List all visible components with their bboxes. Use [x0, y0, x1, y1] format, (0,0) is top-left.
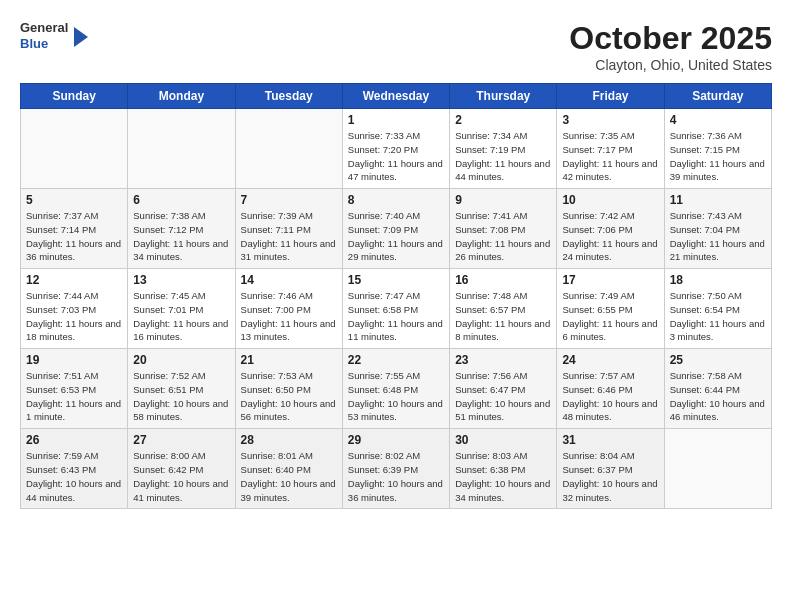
cell-date-number: 27 [133, 433, 229, 447]
cell-date-number: 13 [133, 273, 229, 287]
cell-info-text: Sunrise: 7:56 AM Sunset: 6:47 PM Dayligh… [455, 369, 551, 424]
cell-info-text: Sunrise: 7:39 AM Sunset: 7:11 PM Dayligh… [241, 209, 337, 264]
cell-info-text: Sunrise: 7:51 AM Sunset: 6:53 PM Dayligh… [26, 369, 122, 424]
cell-info-text: Sunrise: 7:37 AM Sunset: 7:14 PM Dayligh… [26, 209, 122, 264]
cell-date-number: 5 [26, 193, 122, 207]
logo: General Blue [20, 20, 88, 51]
cell-info-text: Sunrise: 7:41 AM Sunset: 7:08 PM Dayligh… [455, 209, 551, 264]
calendar-cell [235, 109, 342, 189]
cell-info-text: Sunrise: 8:02 AM Sunset: 6:39 PM Dayligh… [348, 449, 444, 504]
logo-text: General Blue [20, 20, 68, 51]
logo-arrow-icon [74, 27, 88, 47]
calendar-cell: 26Sunrise: 7:59 AM Sunset: 6:43 PM Dayli… [21, 429, 128, 509]
calendar-cell: 28Sunrise: 8:01 AM Sunset: 6:40 PM Dayli… [235, 429, 342, 509]
calendar-cell [128, 109, 235, 189]
calendar-cell [664, 429, 771, 509]
calendar-cell: 4Sunrise: 7:36 AM Sunset: 7:15 PM Daylig… [664, 109, 771, 189]
calendar-cell [21, 109, 128, 189]
cell-info-text: Sunrise: 7:42 AM Sunset: 7:06 PM Dayligh… [562, 209, 658, 264]
calendar-cell: 7Sunrise: 7:39 AM Sunset: 7:11 PM Daylig… [235, 189, 342, 269]
calendar-cell: 29Sunrise: 8:02 AM Sunset: 6:39 PM Dayli… [342, 429, 449, 509]
calendar-subtitle: Clayton, Ohio, United States [569, 57, 772, 73]
cell-date-number: 6 [133, 193, 229, 207]
calendar-cell: 12Sunrise: 7:44 AM Sunset: 7:03 PM Dayli… [21, 269, 128, 349]
cell-date-number: 17 [562, 273, 658, 287]
cell-date-number: 24 [562, 353, 658, 367]
cell-date-number: 2 [455, 113, 551, 127]
cell-date-number: 29 [348, 433, 444, 447]
cell-info-text: Sunrise: 8:04 AM Sunset: 6:37 PM Dayligh… [562, 449, 658, 504]
calendar-cell: 31Sunrise: 8:04 AM Sunset: 6:37 PM Dayli… [557, 429, 664, 509]
calendar-header-row: SundayMondayTuesdayWednesdayThursdayFrid… [21, 84, 772, 109]
cell-info-text: Sunrise: 7:46 AM Sunset: 7:00 PM Dayligh… [241, 289, 337, 344]
cell-info-text: Sunrise: 7:40 AM Sunset: 7:09 PM Dayligh… [348, 209, 444, 264]
cell-info-text: Sunrise: 7:59 AM Sunset: 6:43 PM Dayligh… [26, 449, 122, 504]
cell-date-number: 16 [455, 273, 551, 287]
logo-general: General [20, 20, 68, 36]
cell-info-text: Sunrise: 7:38 AM Sunset: 7:12 PM Dayligh… [133, 209, 229, 264]
calendar-week-row: 1Sunrise: 7:33 AM Sunset: 7:20 PM Daylig… [21, 109, 772, 189]
calendar-cell: 20Sunrise: 7:52 AM Sunset: 6:51 PM Dayli… [128, 349, 235, 429]
cell-date-number: 21 [241, 353, 337, 367]
cell-date-number: 31 [562, 433, 658, 447]
cell-date-number: 15 [348, 273, 444, 287]
calendar-week-row: 26Sunrise: 7:59 AM Sunset: 6:43 PM Dayli… [21, 429, 772, 509]
calendar-cell: 9Sunrise: 7:41 AM Sunset: 7:08 PM Daylig… [450, 189, 557, 269]
calendar-week-row: 19Sunrise: 7:51 AM Sunset: 6:53 PM Dayli… [21, 349, 772, 429]
calendar-cell: 21Sunrise: 7:53 AM Sunset: 6:50 PM Dayli… [235, 349, 342, 429]
calendar-week-row: 5Sunrise: 7:37 AM Sunset: 7:14 PM Daylig… [21, 189, 772, 269]
cell-info-text: Sunrise: 7:50 AM Sunset: 6:54 PM Dayligh… [670, 289, 766, 344]
cell-date-number: 12 [26, 273, 122, 287]
cell-date-number: 3 [562, 113, 658, 127]
cell-date-number: 11 [670, 193, 766, 207]
cell-date-number: 14 [241, 273, 337, 287]
cell-date-number: 7 [241, 193, 337, 207]
calendar-cell: 14Sunrise: 7:46 AM Sunset: 7:00 PM Dayli… [235, 269, 342, 349]
calendar-cell: 18Sunrise: 7:50 AM Sunset: 6:54 PM Dayli… [664, 269, 771, 349]
cell-date-number: 22 [348, 353, 444, 367]
cell-info-text: Sunrise: 7:45 AM Sunset: 7:01 PM Dayligh… [133, 289, 229, 344]
cell-info-text: Sunrise: 7:55 AM Sunset: 6:48 PM Dayligh… [348, 369, 444, 424]
cell-date-number: 10 [562, 193, 658, 207]
day-header-monday: Monday [128, 84, 235, 109]
calendar-cell: 22Sunrise: 7:55 AM Sunset: 6:48 PM Dayli… [342, 349, 449, 429]
cell-info-text: Sunrise: 7:34 AM Sunset: 7:19 PM Dayligh… [455, 129, 551, 184]
calendar-cell: 8Sunrise: 7:40 AM Sunset: 7:09 PM Daylig… [342, 189, 449, 269]
cell-info-text: Sunrise: 7:35 AM Sunset: 7:17 PM Dayligh… [562, 129, 658, 184]
cell-info-text: Sunrise: 7:44 AM Sunset: 7:03 PM Dayligh… [26, 289, 122, 344]
header: General Blue October 2025 Clayton, Ohio,… [20, 20, 772, 73]
calendar-cell: 30Sunrise: 8:03 AM Sunset: 6:38 PM Dayli… [450, 429, 557, 509]
calendar-cell: 10Sunrise: 7:42 AM Sunset: 7:06 PM Dayli… [557, 189, 664, 269]
cell-date-number: 1 [348, 113, 444, 127]
cell-date-number: 30 [455, 433, 551, 447]
title-area: October 2025 Clayton, Ohio, United State… [569, 20, 772, 73]
day-header-tuesday: Tuesday [235, 84, 342, 109]
cell-date-number: 25 [670, 353, 766, 367]
calendar-cell: 27Sunrise: 8:00 AM Sunset: 6:42 PM Dayli… [128, 429, 235, 509]
cell-info-text: Sunrise: 7:47 AM Sunset: 6:58 PM Dayligh… [348, 289, 444, 344]
cell-date-number: 26 [26, 433, 122, 447]
calendar-cell: 17Sunrise: 7:49 AM Sunset: 6:55 PM Dayli… [557, 269, 664, 349]
day-header-saturday: Saturday [664, 84, 771, 109]
calendar-cell: 25Sunrise: 7:58 AM Sunset: 6:44 PM Dayli… [664, 349, 771, 429]
cell-date-number: 28 [241, 433, 337, 447]
calendar-cell: 15Sunrise: 7:47 AM Sunset: 6:58 PM Dayli… [342, 269, 449, 349]
calendar-cell: 11Sunrise: 7:43 AM Sunset: 7:04 PM Dayli… [664, 189, 771, 269]
calendar-week-row: 12Sunrise: 7:44 AM Sunset: 7:03 PM Dayli… [21, 269, 772, 349]
cell-info-text: Sunrise: 8:01 AM Sunset: 6:40 PM Dayligh… [241, 449, 337, 504]
calendar-cell: 16Sunrise: 7:48 AM Sunset: 6:57 PM Dayli… [450, 269, 557, 349]
calendar-cell: 1Sunrise: 7:33 AM Sunset: 7:20 PM Daylig… [342, 109, 449, 189]
calendar-cell: 23Sunrise: 7:56 AM Sunset: 6:47 PM Dayli… [450, 349, 557, 429]
day-header-wednesday: Wednesday [342, 84, 449, 109]
cell-date-number: 4 [670, 113, 766, 127]
cell-date-number: 23 [455, 353, 551, 367]
cell-date-number: 19 [26, 353, 122, 367]
cell-info-text: Sunrise: 7:58 AM Sunset: 6:44 PM Dayligh… [670, 369, 766, 424]
logo-blue: Blue [20, 36, 68, 52]
calendar-cell: 24Sunrise: 7:57 AM Sunset: 6:46 PM Dayli… [557, 349, 664, 429]
cell-info-text: Sunrise: 7:53 AM Sunset: 6:50 PM Dayligh… [241, 369, 337, 424]
day-header-friday: Friday [557, 84, 664, 109]
calendar-cell: 5Sunrise: 7:37 AM Sunset: 7:14 PM Daylig… [21, 189, 128, 269]
day-header-sunday: Sunday [21, 84, 128, 109]
cell-info-text: Sunrise: 7:57 AM Sunset: 6:46 PM Dayligh… [562, 369, 658, 424]
